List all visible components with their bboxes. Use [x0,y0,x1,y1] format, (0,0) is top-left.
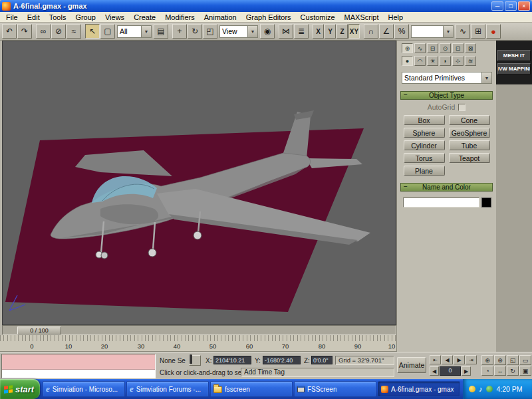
taskbar-item-gmax[interactable]: A-6final.gmax - gmax [378,381,460,397]
frame-prev-icon[interactable]: ◀ [430,366,439,376]
geometry-category-icon[interactable]: ● [402,56,413,66]
taskbar-item-simviation-forums[interactable]: e Simviation Forums -... [126,381,209,397]
axis-y-button[interactable]: Y [325,24,336,39]
dropdown-arrow-icon[interactable]: ▼ [141,26,151,37]
torus-button[interactable]: Torus [404,153,445,163]
material-navigator-icon[interactable]: ● [486,24,501,39]
taskbar-item-simviation[interactable]: e Simviation - Microso... [43,381,125,397]
min-max-toggle-icon[interactable]: ▣ [519,366,531,376]
field-of-view-icon[interactable]: ◔ [481,366,493,376]
utilities-tab-icon[interactable]: ⊠ [465,43,476,53]
shapes-category-icon[interactable]: ◠ [414,56,426,66]
volume-tray-icon[interactable]: ♪ [479,385,483,393]
select-by-name-icon[interactable]: ▤ [154,24,168,39]
lights-category-icon[interactable]: ☀ [427,56,438,66]
align-icon[interactable]: ≣ [294,24,309,39]
zoom-all-icon[interactable]: ⊛ [494,355,506,365]
primitives-dropdown[interactable]: Standard Primitives ▼ [402,72,492,84]
time-slider[interactable]: 0 / 100 [17,327,61,334]
rectangular-selection-region-icon[interactable]: ▢ [100,24,115,39]
helpers-category-icon[interactable]: ⊹ [452,56,464,66]
play-icon[interactable]: ▶ [454,355,465,364]
menu-customize[interactable]: Customize [296,13,340,22]
bind-to-space-warp-icon[interactable]: ≈ [66,24,81,39]
add-time-tag-field[interactable]: Add Time Tag [241,368,394,377]
mesh-it-button[interactable]: MESH IT [497,50,531,61]
zoom-extents-icon[interactable]: ◱ [507,355,519,365]
menu-help[interactable]: Help [384,13,408,22]
axis-z-button[interactable]: Z [336,24,348,39]
select-and-scale-icon[interactable]: ◰ [203,24,217,39]
geosphere-button[interactable]: GeoSphere [449,128,490,138]
display-tab-icon[interactable]: ⊡ [452,43,464,53]
viewport-canvas[interactable] [3,41,396,325]
sphere-button[interactable]: Sphere [404,128,445,138]
current-frame-field[interactable]: 0 [440,366,461,376]
select-and-link-icon[interactable]: ∞ [36,24,51,39]
menu-tools[interactable]: Tools [45,13,71,22]
menu-modifiers[interactable]: Modifiers [160,13,200,22]
close-button[interactable]: × [518,1,530,11]
selection-filter-dropdown[interactable]: All ▼ [117,25,152,38]
object-type-rollout-header[interactable]: − Object Type [400,91,493,100]
antivirus-tray-icon[interactable] [486,386,493,392]
cameras-category-icon[interactable]: ◗ [440,56,451,66]
go-to-end-icon[interactable]: ⇥ [466,355,477,364]
dropdown-arrow-icon[interactable]: ▼ [247,26,257,37]
modify-tab-icon[interactable]: ∿ [414,43,426,53]
curve-editor-icon[interactable]: ∿ [456,24,470,39]
taskbar-item-fsscreen-app[interactable]: FSScreen [294,381,376,397]
select-and-move-icon[interactable]: + [172,24,187,39]
space-warps-category-icon[interactable]: ≋ [465,56,476,66]
hierarchy-tab-icon[interactable]: ⊟ [427,43,438,53]
pan-icon[interactable]: ↔ [494,366,506,376]
z-coord-field[interactable]: 0'0.0" [311,356,332,364]
create-tab-icon[interactable]: ⊕ [402,43,413,53]
menu-animation[interactable]: Animation [200,13,241,22]
mirror-icon[interactable]: ⋈ [279,24,293,39]
menu-maxscript[interactable]: MAXScript [340,13,384,22]
tube-button[interactable]: Tube [449,140,490,150]
ivw-mapping-button[interactable]: IVW MAPPINI [497,63,531,74]
mini-listener-macro-pane[interactable] [2,354,155,370]
coordinate-system-dropdown[interactable]: View ▼ [219,25,258,38]
snap-toggle-icon[interactable]: ∩ [364,24,378,39]
motion-tab-icon[interactable]: ⊙ [440,43,451,53]
track-bar[interactable]: 0 10 20 30 40 50 60 70 80 90 10 [0,335,396,352]
cylinder-button[interactable]: Cylinder [404,140,445,150]
use-pivot-center-icon[interactable]: ◉ [260,24,275,39]
select-object-icon[interactable]: ↖ [85,24,100,39]
zoom-region-icon[interactable]: ▭ [519,355,531,365]
dropdown-arrow-icon[interactable]: ▼ [481,72,491,83]
menu-views[interactable]: Views [100,13,129,22]
taskbar-item-fsscreen-folder[interactable]: fsscreen [210,381,293,397]
menu-file[interactable]: File [1,13,23,22]
x-coord-field[interactable]: 2104'10.21 [213,356,251,364]
object-name-field[interactable] [403,198,479,207]
frame-next-icon[interactable]: ▶ [462,366,471,376]
select-and-rotate-icon[interactable]: ↻ [188,24,202,39]
maxscript-mini-listener[interactable] [1,354,156,378]
selection-lock-icon[interactable] [189,355,201,366]
minimize-button[interactable]: ─ [491,1,503,11]
menu-edit[interactable]: Edit [23,13,45,22]
plane-button[interactable]: Plane [404,166,445,176]
percent-snap-icon[interactable]: % [394,24,409,39]
redo-icon[interactable]: ↷ [17,24,32,39]
menu-group[interactable]: Group [70,13,100,22]
maximize-button[interactable]: □ [505,1,517,11]
named-selection-dropdown[interactable]: ▼ [411,25,454,38]
messenger-tray-icon[interactable] [469,386,475,392]
menu-graph-editors[interactable]: Graph Editors [241,13,296,22]
animate-button[interactable]: Animate [397,357,426,373]
time-slider-track[interactable]: 0 / 100 [2,325,396,335]
object-color-swatch[interactable] [481,198,491,207]
schematic-view-icon[interactable]: ⊞ [471,24,485,39]
perspective-viewport[interactable] [2,41,396,325]
axis-xy-button[interactable]: XY [348,24,360,39]
previous-frame-icon[interactable]: ◀ [442,355,453,364]
box-button[interactable]: Box [404,115,445,125]
teapot-button[interactable]: Teapot [449,153,490,163]
zoom-icon[interactable]: ⊕ [481,355,493,365]
menu-create[interactable]: Create [129,13,160,22]
